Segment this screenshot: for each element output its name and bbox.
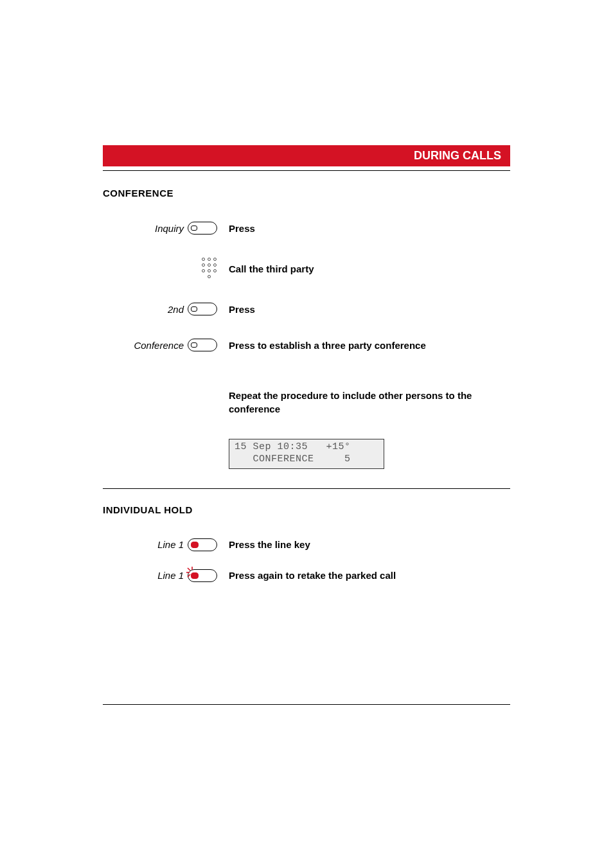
svg-line-3: [188, 574, 190, 577]
function-key-icon: [188, 339, 217, 351]
step-label-col: Inquiry: [103, 222, 229, 235]
svg-line-0: [188, 568, 190, 571]
lcd-line-1: 15 Sep 10:35 +15°: [235, 441, 351, 452]
line-key-blink-icon: [188, 569, 217, 582]
step-instruction: Call the third party: [229, 263, 510, 274]
step-label-col: Conference: [103, 339, 229, 351]
step-instruction: Press: [229, 304, 510, 315]
blink-rays-icon: [186, 566, 199, 579]
section-title-individual-hold: INDIVIDUAL HOLD: [103, 504, 510, 515]
lcd-display-wrap: 15 Sep 10:35 +15° CONFERENCE 5: [229, 439, 510, 469]
step-instruction: Press: [229, 223, 510, 234]
repeat-note: Repeat the procedure to include other pe…: [229, 389, 510, 416]
keypad-icon: [201, 258, 217, 279]
page: DURING CALLS CONFERENCE Inquiry Press Ca…: [0, 0, 613, 705]
step-row: Line 1 Press the line key: [103, 538, 510, 551]
step-label-col: [103, 258, 229, 279]
section-title-conference: CONFERENCE: [103, 188, 510, 199]
step-instruction: Press the line key: [229, 539, 510, 550]
step-instruction: Press to establish a three party confere…: [229, 340, 510, 351]
key-label: Line 1: [157, 539, 184, 550]
line-key-lit-icon: [188, 538, 217, 551]
divider: [103, 488, 510, 489]
step-label-col: 2nd: [103, 303, 229, 315]
step-row: Inquiry Press: [103, 222, 510, 235]
lcd-line-2: CONFERENCE 5: [235, 454, 351, 465]
key-label: Line 1: [157, 570, 184, 581]
step-row: Call the third party: [103, 258, 510, 279]
step-label-col: Line 1: [103, 569, 229, 582]
step-row: Conference Press to establish a three pa…: [103, 339, 510, 351]
header-title: DURING CALLS: [414, 149, 501, 162]
function-key-icon: [188, 303, 217, 315]
lcd-display: 15 Sep 10:35 +15° CONFERENCE 5: [229, 439, 384, 469]
step-row: 2nd Press: [103, 303, 510, 315]
key-label: Inquiry: [155, 223, 184, 234]
divider: [103, 170, 510, 171]
step-instruction: Press again to retake the parked call: [229, 570, 510, 581]
key-label: 2nd: [168, 304, 184, 315]
step-row: Line 1 Press again to retake the parked …: [103, 569, 510, 582]
divider: [103, 704, 510, 705]
step-label-col: Line 1: [103, 538, 229, 551]
section-header: DURING CALLS: [103, 145, 510, 166]
key-label: Conference: [134, 340, 184, 351]
function-key-icon: [188, 222, 217, 235]
